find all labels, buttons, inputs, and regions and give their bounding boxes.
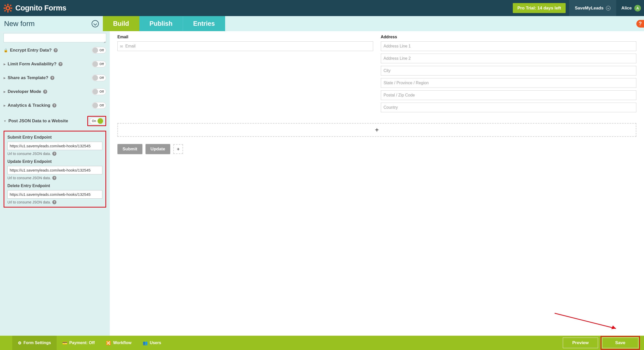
top-bar: Cognito Forms Pro Trial: 14 days left Sa… — [0, 0, 644, 16]
field-row: Email ✉ Address — [117, 35, 636, 115]
sub-bar: New form Build Publish Entries ? — [0, 16, 644, 31]
form-name[interactable]: New form — [4, 20, 35, 28]
resize-handle-icon[interactable] — [103, 40, 106, 43]
setting-limit: ▶ Limit Form Availability? ? Off — [4, 57, 106, 71]
toggle-share[interactable]: Off — [92, 75, 106, 81]
nav-users[interactable]: 👥 Users — [137, 336, 167, 350]
user-menu[interactable]: Alice A — [616, 0, 644, 16]
svg-rect-5 — [4, 4, 6, 6]
nav-label: Form Settings — [23, 341, 51, 345]
toggle-developer[interactable]: Off — [92, 88, 106, 95]
save-button[interactable]: Save — [602, 337, 638, 348]
triangle-right-icon: ▶ — [4, 76, 6, 80]
svg-rect-8 — [4, 10, 6, 12]
top-right: Pro Trial: 14 days left SaveMyLeads Alic… — [513, 0, 644, 16]
canvas: Email ✉ Address + Submit Update + — [110, 31, 644, 336]
svg-rect-1 — [7, 4, 8, 6]
endpoint-update-input[interactable] — [7, 166, 102, 174]
help-icon[interactable]: ? — [52, 200, 56, 204]
setting-limit-label-wrap[interactable]: ▶ Limit Form Availability? ? — [4, 62, 63, 67]
help-icon[interactable]: ? — [52, 103, 56, 107]
address-city-input[interactable] — [381, 66, 637, 76]
nav-workflow[interactable]: 🔀 Workflow — [100, 336, 137, 350]
setting-label: Share as Template? — [8, 75, 48, 80]
svg-rect-2 — [7, 11, 8, 13]
field-address[interactable]: Address — [381, 35, 637, 115]
help-icon[interactable]: ? — [52, 176, 56, 180]
nav-form-settings[interactable]: ⚙ Form Settings — [12, 336, 57, 350]
users-icon: 👥 — [143, 341, 148, 345]
address-state-input[interactable] — [381, 78, 637, 88]
envelope-icon: ✉ — [120, 44, 123, 49]
toggle-limit[interactable]: Off — [92, 61, 106, 67]
form-dropdown-toggle[interactable] — [92, 20, 99, 27]
help-icon[interactable]: ? — [50, 76, 54, 80]
setting-post-json-label-wrap[interactable]: ▼ Post JSON Data to a Website — [4, 118, 68, 124]
setting-post-json: ▼ Post JSON Data to a Website On — [4, 112, 106, 130]
sidebar-textarea[interactable] — [4, 33, 106, 42]
logo-gear-icon — [4, 4, 12, 13]
endpoint-delete-input[interactable] — [7, 190, 102, 199]
setting-share: ▶ Share as Template? ? Off — [4, 71, 106, 85]
tab-publish[interactable]: Publish — [139, 16, 183, 31]
field-label: Email — [117, 35, 373, 39]
endpoint-help: Url to consume JSON data.? — [7, 176, 102, 180]
user-name: Alice — [621, 6, 632, 11]
tab-build[interactable]: Build — [103, 16, 139, 31]
trial-badge[interactable]: Pro Trial: 14 days left — [513, 3, 566, 13]
setting-encrypt: 🔒 Encrypt Entry Data? ? Off — [4, 43, 106, 57]
setting-analytics-label-wrap[interactable]: ▶ Analytics & Tracking ? — [4, 103, 56, 108]
org-name: SaveMyLeads — [575, 6, 603, 11]
help-icon[interactable]: ? — [52, 152, 56, 156]
logo-text: Cognito Forms — [15, 4, 66, 12]
update-action-button[interactable]: Update — [145, 144, 171, 154]
endpoint-submit-input[interactable] — [7, 142, 102, 150]
help-icon[interactable]: ? — [54, 48, 58, 52]
help-button[interactable]: ? — [636, 20, 644, 28]
add-field-zone[interactable]: + — [117, 123, 636, 137]
bottom-bar: ⚙ Form Settings 💳 Payment: Off 🔀 Workflo… — [0, 336, 644, 350]
svg-line-9 — [555, 313, 616, 329]
setting-label: Analytics & Tracking — [8, 103, 50, 108]
add-action-button[interactable]: + — [173, 144, 183, 154]
tab-entries[interactable]: Entries — [183, 16, 225, 31]
setting-developer: ▶ Developer Mode ? Off — [4, 85, 106, 99]
endpoint-help: Url to consume JSON data.? — [7, 152, 102, 156]
help-icon[interactable]: ? — [43, 90, 47, 94]
address-line2-input[interactable] — [381, 54, 637, 63]
setting-label: Limit Form Availability? — [8, 62, 56, 67]
svg-rect-7 — [10, 4, 12, 6]
address-country-input[interactable] — [381, 103, 637, 112]
email-input[interactable] — [117, 41, 373, 51]
setting-share-label-wrap[interactable]: ▶ Share as Template? ? — [4, 75, 54, 80]
sidebar: 🔒 Encrypt Entry Data? ? Off ▶ Limit Form… — [0, 31, 110, 336]
toggle-analytics[interactable]: Off — [92, 102, 106, 109]
setting-encrypt-label-wrap[interactable]: 🔒 Encrypt Entry Data? ? — [4, 48, 58, 53]
field-email[interactable]: Email ✉ — [117, 35, 373, 115]
toggle-post-json[interactable]: On — [90, 118, 104, 124]
setting-developer-label-wrap[interactable]: ▶ Developer Mode ? — [4, 89, 47, 94]
lock-icon: 🔒 — [4, 48, 8, 52]
nav-label: Workflow — [113, 341, 131, 345]
toggle-encrypt[interactable]: Off — [92, 47, 106, 54]
avatar: A — [634, 5, 641, 11]
svg-rect-3 — [4, 7, 5, 9]
gear-icon: ⚙ — [18, 341, 21, 345]
logo[interactable]: Cognito Forms — [4, 4, 66, 13]
highlight-box-save: Save — [601, 336, 640, 350]
setting-analytics: ▶ Analytics & Tracking ? Off — [4, 99, 106, 112]
endpoint-update: Update Entry Endpoint Url to consume JSO… — [7, 159, 102, 180]
preview-button[interactable]: Preview — [563, 337, 598, 348]
address-postal-input[interactable] — [381, 90, 637, 100]
submit-action-button[interactable]: Submit — [117, 144, 142, 154]
help-icon[interactable]: ? — [58, 62, 63, 66]
nav-label: Payment: Off — [69, 341, 95, 345]
nav-payment[interactable]: 💳 Payment: Off — [57, 336, 101, 350]
endpoint-title: Delete Entry Endpoint — [7, 184, 102, 188]
svg-rect-6 — [10, 10, 12, 12]
org-dropdown[interactable]: SaveMyLeads — [569, 0, 616, 16]
highlight-box-toggle: On — [87, 116, 106, 126]
endpoint-submit: Submit Entry Endpoint Url to consume JSO… — [7, 135, 102, 156]
field-label: Address — [381, 35, 637, 39]
address-line1-input[interactable] — [381, 41, 637, 51]
